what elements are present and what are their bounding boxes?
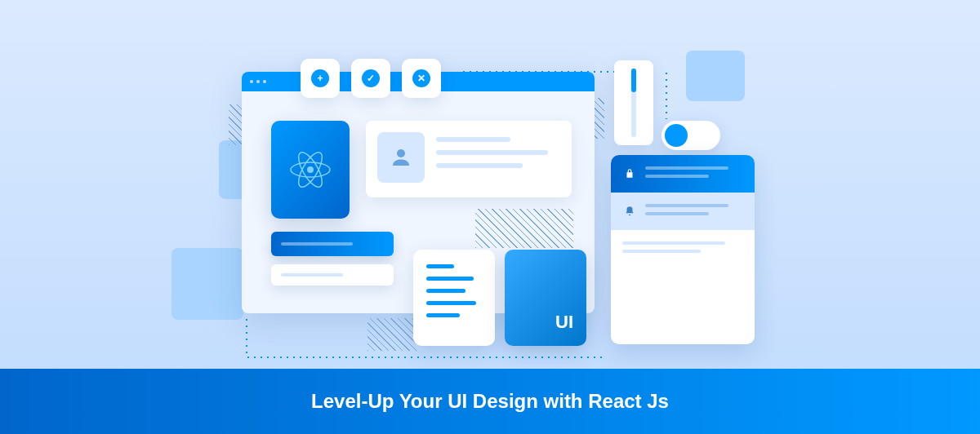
avatar	[377, 132, 425, 183]
action-button-row: + ✓ ✕	[301, 59, 441, 98]
toggle-switch[interactable]	[662, 121, 720, 150]
dotted-connector	[245, 317, 248, 357]
notification-item[interactable]	[611, 230, 755, 264]
user-icon	[389, 145, 413, 170]
slider-fill	[631, 69, 636, 92]
profile-text-placeholder	[436, 132, 560, 186]
dotted-connector	[665, 70, 668, 119]
profile-card	[366, 121, 572, 197]
close-button[interactable]: ✕	[402, 59, 441, 98]
secondary-input-bar[interactable]	[271, 264, 394, 286]
decoration-square	[172, 248, 243, 320]
slider-track	[631, 69, 636, 137]
primary-input-bar[interactable]	[271, 232, 394, 256]
notification-item[interactable]	[611, 155, 755, 193]
plus-icon: +	[311, 69, 329, 87]
close-icon: ✕	[412, 69, 430, 87]
window-control-dot	[256, 80, 260, 83]
footer-banner: Level-Up Your UI Design with React Js	[0, 369, 980, 434]
confirm-button[interactable]: ✓	[351, 59, 390, 98]
ui-label-card: UI	[505, 250, 586, 346]
notification-panel	[611, 155, 755, 344]
document-card	[413, 250, 495, 346]
ui-label: UI	[555, 312, 573, 333]
svg-point-4	[397, 149, 405, 157]
add-button[interactable]: +	[301, 59, 340, 98]
window-control-dot	[250, 80, 253, 83]
footer-title: Level-Up Your UI Design with React Js	[311, 390, 669, 413]
hatch-pattern	[368, 318, 416, 351]
lock-icon	[622, 166, 637, 181]
check-icon: ✓	[362, 69, 380, 87]
react-logo-card	[271, 121, 350, 219]
react-logo-icon	[286, 145, 335, 194]
notification-item[interactable]	[611, 193, 755, 230]
bell-icon	[622, 204, 637, 219]
vertical-slider[interactable]	[614, 60, 653, 145]
illustration-canvas: + ✓ ✕	[0, 0, 980, 369]
hatch-pattern	[475, 209, 573, 248]
toggle-knob	[665, 124, 688, 147]
dotted-connector	[245, 356, 604, 359]
window-control-dot	[263, 80, 266, 83]
svg-point-3	[307, 166, 314, 173]
decoration-square	[686, 51, 745, 101]
